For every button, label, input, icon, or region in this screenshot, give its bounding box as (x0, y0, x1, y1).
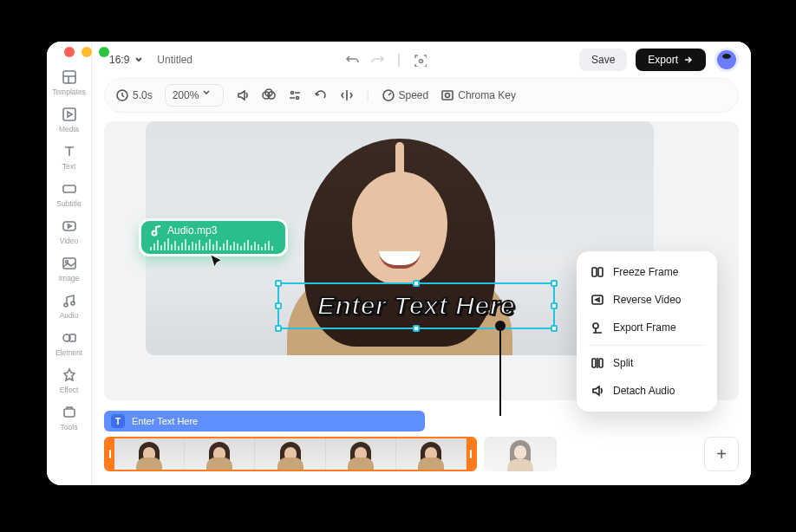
chroma-label: Chroma Key (458, 89, 516, 101)
add-clip-button[interactable]: + (704, 437, 739, 471)
canvas-text-content: Enter Text Here (317, 291, 515, 321)
speed-button[interactable]: Speed (382, 88, 429, 102)
video-clip-trimmed (484, 437, 557, 471)
effect-icon (62, 367, 77, 383)
sidebar-item-media[interactable]: Media (50, 101, 88, 137)
chevron-down-icon (202, 88, 216, 102)
sidebar-label: Subtitle (56, 199, 81, 208)
text-icon (62, 144, 77, 159)
maximize-window-dot[interactable] (99, 47, 109, 57)
ctx-freeze-frame[interactable]: Freeze Frame (582, 258, 712, 286)
reverse-icon (590, 293, 604, 307)
svg-rect-0 (63, 71, 75, 83)
undo-icon[interactable] (345, 53, 359, 67)
split-icon (590, 356, 604, 370)
redo-icon[interactable] (371, 53, 385, 67)
svg-rect-3 (63, 108, 75, 120)
duration-value: 5.0s (133, 89, 153, 101)
filter-icon[interactable] (288, 88, 302, 102)
export-frame-icon (590, 321, 604, 334)
resize-handle[interactable] (275, 325, 282, 332)
text-track-clip[interactable]: T Enter Text Here (104, 411, 425, 431)
svg-point-20 (291, 92, 294, 94)
audio-clip-chip[interactable]: Audio.mp3 (139, 218, 288, 256)
main-area: 16:9 Untitled | Save Export (92, 42, 751, 485)
duration-indicator[interactable]: 5.0s (115, 88, 153, 102)
svg-point-24 (446, 94, 450, 98)
timeline: T Enter Text Here (92, 400, 751, 485)
clip-thumbnails (114, 438, 467, 470)
chroma-icon (440, 88, 454, 102)
sidebar-label: Text (62, 162, 76, 171)
sidebar-label: Media (59, 125, 79, 133)
ctx-detach-audio[interactable]: Detach Audio (582, 377, 712, 405)
aspect-ratio-select[interactable]: 16:9 (104, 50, 148, 69)
sidebar-item-effect[interactable]: Effect (50, 362, 88, 398)
clip-right-handle[interactable] (467, 438, 475, 470)
ctx-reverse-video[interactable]: Reverse Video (582, 286, 712, 314)
sidebar-label: Image (59, 274, 80, 282)
rotate-icon[interactable] (314, 88, 328, 102)
svg-marker-7 (68, 224, 71, 228)
focus-icon[interactable] (413, 53, 427, 67)
volume-icon[interactable] (236, 88, 250, 102)
sidebar-label: Audio (60, 311, 79, 320)
image-icon (62, 256, 77, 271)
sidebar-item-tools[interactable]: Tools (50, 399, 88, 435)
zoom-select[interactable]: 200% (165, 84, 225, 107)
sidebar-item-text[interactable]: Text (50, 139, 88, 174)
video-track: + (104, 437, 739, 471)
resize-handle[interactable] (275, 302, 282, 309)
ctx-label: Split (613, 357, 633, 369)
video-clip[interactable] (104, 437, 477, 471)
sidebar-item-element[interactable]: Element (50, 325, 88, 360)
resize-handle[interactable] (551, 280, 558, 287)
save-button[interactable]: Save (579, 49, 627, 71)
svg-rect-28 (592, 295, 603, 304)
chroma-key-button[interactable]: Chroma Key (440, 88, 516, 102)
sidebar-item-subtitle[interactable]: Subtitle (50, 176, 88, 211)
svg-point-11 (71, 302, 75, 305)
resize-handle[interactable] (413, 325, 420, 332)
clock-icon (115, 88, 129, 102)
svg-rect-26 (592, 268, 597, 276)
export-button[interactable]: Export (636, 49, 706, 71)
export-label: Export (648, 54, 678, 66)
user-avatar[interactable] (714, 48, 739, 72)
project-title[interactable]: Untitled (157, 54, 192, 66)
sidebar-item-audio[interactable]: Audio (50, 288, 88, 323)
sidebar-item-templates[interactable]: Templates (50, 64, 88, 100)
minimize-window-dot[interactable] (82, 47, 92, 57)
svg-rect-14 (64, 409, 75, 417)
svg-point-29 (593, 323, 598, 328)
ctx-export-frame[interactable]: Export Frame (582, 314, 712, 341)
ctx-split[interactable]: Split (582, 349, 712, 377)
video-icon (62, 218, 77, 234)
sidebar-item-video[interactable]: Video (50, 213, 88, 249)
resize-handle[interactable] (413, 280, 420, 287)
text-track-label: Enter Text Here (132, 416, 198, 426)
ctx-label: Freeze Frame (613, 266, 678, 278)
zoom-value: 200% (173, 89, 199, 101)
audio-waveform (150, 238, 277, 250)
close-window-dot[interactable] (64, 47, 75, 57)
history-tools: | (345, 52, 427, 68)
top-right-tools: Save Export (579, 48, 739, 72)
audio-icon (62, 293, 77, 308)
svg-marker-4 (68, 112, 72, 117)
text-element-selection[interactable]: Enter Text Here (277, 282, 555, 329)
context-menu: Freeze Frame Reverse Video Export Frame … (577, 251, 717, 412)
timeline-playhead[interactable] (499, 328, 501, 416)
resize-handle[interactable] (275, 280, 282, 287)
resize-handle[interactable] (551, 302, 558, 309)
sidebar-item-image[interactable]: Image (50, 250, 88, 286)
color-icon[interactable] (262, 88, 276, 102)
svg-point-10 (64, 303, 68, 307)
resize-handle[interactable] (551, 325, 558, 332)
clip-left-handle[interactable] (106, 438, 114, 470)
app-window: Templates Media Text Subtitle Video Imag… (47, 42, 751, 485)
svg-rect-30 (592, 359, 596, 367)
flip-icon[interactable] (340, 88, 354, 102)
gauge-icon (382, 88, 395, 102)
freeze-frame-icon (590, 265, 604, 279)
